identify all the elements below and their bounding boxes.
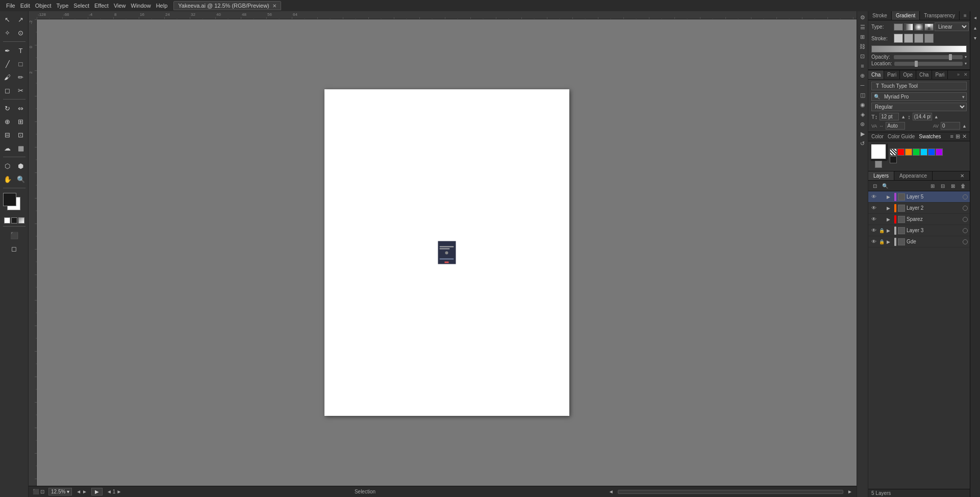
graphic-styles-button[interactable]: ◈	[859, 110, 867, 118]
panel-collapse-btn[interactable]: ◂	[971, 13, 979, 21]
opacity-slider-thumb[interactable]	[949, 54, 952, 60]
pen-tool[interactable]: ✒	[2, 44, 14, 57]
layer-item[interactable]: 👁 🔒 ▶ Gde	[868, 236, 970, 247]
transform-button[interactable]: ⊡	[859, 52, 867, 60]
artboard-prev[interactable]: ◄	[107, 489, 112, 494]
gradient-preview-bar[interactable]	[871, 45, 967, 53]
shape-tool[interactable]: □	[15, 58, 27, 70]
location-slider[interactable]	[894, 62, 963, 66]
swatches-close-icon[interactable]: ✕	[962, 133, 967, 140]
slice-tool[interactable]: ⬢	[15, 160, 27, 172]
canvas-area[interactable]	[37, 19, 857, 486]
scroll-left[interactable]: ◄	[609, 489, 614, 494]
cc-libraries-button[interactable]: ☰	[859, 23, 867, 31]
font-style-select[interactable]: Regular Bold Italic	[871, 103, 967, 111]
tab-color[interactable]: Color	[871, 134, 884, 139]
swatch-gradient-stripe[interactable]	[890, 148, 897, 156]
gradient-type-linear[interactable]	[904, 23, 913, 31]
swatch-cyan[interactable]	[920, 148, 927, 156]
close-tab-button[interactable]: ✕	[272, 3, 277, 9]
zoom-box[interactable]: 12.5% ▾	[48, 488, 72, 495]
swatch-orange[interactable]	[905, 148, 912, 156]
opacity-slider[interactable]	[894, 55, 963, 59]
layer-lock-icon[interactable]: 🔒	[879, 239, 885, 244]
opacity-dropdown[interactable]: ▾	[965, 55, 967, 59]
doc-icon[interactable]: ⬛	[33, 489, 39, 494]
stroke-color-3[interactable]	[914, 34, 923, 43]
recolor-button[interactable]: ⊛	[859, 120, 867, 128]
artboard-tool[interactable]: ⬡	[2, 160, 14, 172]
tab-color-guide[interactable]: Color Guide	[888, 134, 915, 139]
magic-wand-tool[interactable]: ✧	[2, 27, 14, 39]
layer-item[interactable]: 👁 🔒 ▶ Layer 3	[868, 225, 970, 236]
layer-expand-arrow[interactable]: ▶	[887, 239, 893, 244]
artboard-next[interactable]: ►	[116, 489, 121, 494]
font-search-arrow[interactable]: ▾	[961, 94, 966, 100]
swatch-gray-mini[interactable]	[875, 161, 882, 168]
history-button[interactable]: ↺	[859, 139, 867, 147]
menu-bar[interactable]: File Edit Object Type Select Effect View…	[4, 3, 169, 9]
layer-visibility-toggle[interactable]: 👁	[870, 216, 877, 223]
layer-expand-arrow[interactable]: ▶	[887, 206, 893, 211]
layer-item[interactable]: 👁 ▶ Layer 2	[868, 203, 970, 214]
layer-visibility-toggle[interactable]: 👁	[870, 227, 877, 234]
selection-tool[interactable]: ↖	[2, 13, 14, 26]
font-size-input[interactable]	[880, 113, 899, 120]
menu-item[interactable]: Select	[71, 3, 91, 9]
free-transform-tool[interactable]: ⊡	[15, 129, 27, 141]
layer-item[interactable]: 👁 ▶ Layer 5	[868, 191, 970, 203]
stroke-color-1[interactable]	[894, 34, 903, 43]
zoom-dropdown-icon[interactable]: ▾	[67, 489, 69, 494]
scale-tool[interactable]: ⊕	[2, 115, 14, 128]
doc-icon-2[interactable]: ⊡	[40, 489, 44, 494]
layer-expand-arrow[interactable]: ▶	[887, 194, 893, 200]
char-panel-expand[interactable]: »	[955, 70, 962, 79]
pathfinder-button[interactable]: ⊕	[859, 71, 867, 80]
location-dropdown[interactable]: ▾	[965, 61, 967, 66]
layer-expand-arrow[interactable]: ▶	[887, 217, 893, 222]
actions-button[interactable]: ▶	[859, 130, 867, 138]
layer-target-circle[interactable]	[963, 239, 968, 244]
gradient-swatch-mini[interactable]	[18, 217, 24, 223]
menu-item[interactable]: Help	[154, 3, 170, 9]
paintbrush-tool[interactable]: 🖌	[2, 71, 14, 83]
kerning-input[interactable]	[941, 122, 960, 130]
scissors-tool[interactable]: ✂	[15, 84, 27, 96]
kerning-up[interactable]: ▲	[962, 123, 967, 129]
copy-layer-button[interactable]: ⊟	[938, 182, 947, 190]
layer-visibility-toggle[interactable]: 👁	[870, 205, 877, 212]
stroke-panel-button[interactable]: ─	[859, 81, 867, 89]
width-tool[interactable]: ⊟	[2, 129, 14, 141]
delete-layer-button[interactable]: 🗑	[959, 182, 968, 190]
scroll-right[interactable]: ►	[847, 489, 852, 494]
tab-para-styles[interactable]: Pari	[932, 70, 948, 79]
location-slider-thumb[interactable]	[915, 61, 918, 67]
stroke-color-4[interactable]	[924, 34, 934, 43]
layers-search-button[interactable]: 🔍	[881, 182, 890, 190]
type-tool[interactable]: T	[15, 44, 27, 57]
none-swatch[interactable]	[4, 217, 10, 223]
panel-scroll-up[interactable]: ▴	[971, 23, 979, 32]
line-tool[interactable]: ╱	[2, 58, 14, 70]
links-button[interactable]: ⛓	[859, 42, 867, 51]
zoom-tool[interactable]: 🔍	[15, 173, 27, 185]
assets-button[interactable]: ⊞	[859, 33, 867, 41]
menu-item[interactable]: Window	[129, 3, 153, 9]
tab-character[interactable]: Cha	[868, 70, 884, 79]
font-name-input[interactable]	[882, 93, 961, 101]
align-button[interactable]: ≡	[859, 62, 867, 70]
direct-selection-tool[interactable]: ↗	[15, 13, 27, 26]
char-panel-close[interactable]: ✕	[962, 70, 970, 79]
layers-filter-button[interactable]: ⊡	[870, 182, 880, 190]
warp-tool[interactable]: ⊞	[15, 115, 27, 128]
document-tab[interactable]: Yakeeva.ai @ 12.5% (RGB/Preview) ✕	[173, 1, 281, 10]
draw-inside-mode[interactable]: ⬛	[8, 229, 20, 241]
layer-expand-arrow[interactable]: ▶	[887, 228, 893, 233]
column-graph-tool[interactable]: ▦	[15, 142, 27, 154]
swatches-menu-icon[interactable]: ≡	[950, 133, 953, 140]
menu-item[interactable]: File	[4, 3, 17, 9]
layer-visibility-toggle[interactable]: 👁	[870, 193, 877, 201]
panel-scroll-down[interactable]: ▾	[971, 34, 979, 42]
swatch-red[interactable]	[897, 148, 904, 156]
tracking-auto-select[interactable]	[886, 122, 905, 130]
